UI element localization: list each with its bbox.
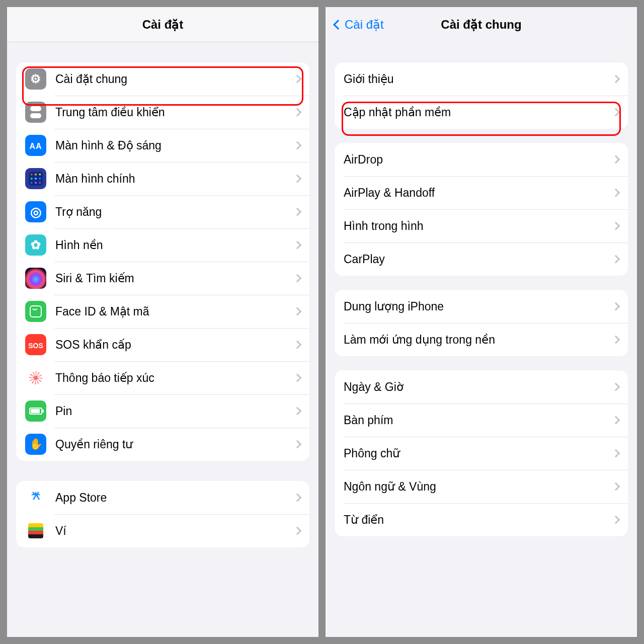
row-label: Ví — [55, 524, 294, 538]
row-label: AirDrop — [344, 153, 613, 167]
chevron-right-icon — [612, 75, 620, 84]
row-pip[interactable]: Hình trong hình — [335, 209, 628, 243]
row-label: Màn hình chính — [55, 172, 294, 186]
row-label: Từ điển — [344, 513, 613, 527]
row-language-region[interactable]: Ngôn ngữ & Vùng — [335, 470, 628, 503]
chevron-right-icon — [293, 274, 302, 283]
row-label: App Store — [55, 491, 294, 505]
row-display[interactable]: Màn hình & Độ sáng — [16, 129, 309, 162]
gear-icon — [25, 68, 46, 90]
general-content[interactable]: Giới thiệu Cập nhật phần mềm AirDrop Air… — [326, 42, 637, 637]
home-screen-icon — [25, 168, 46, 189]
row-label: Hình nền — [55, 238, 294, 252]
wallpaper-icon — [25, 234, 46, 256]
chevron-right-icon — [612, 108, 620, 117]
row-control-center[interactable]: Trung tâm điều khiển — [16, 96, 309, 129]
faceid-icon — [25, 301, 46, 322]
general-group-3: Dung lượng iPhone Làm mới ứng dụng trong… — [335, 290, 628, 356]
chevron-right-icon — [612, 222, 620, 230]
chevron-right-icon — [612, 302, 620, 311]
chevron-right-icon — [612, 383, 620, 391]
chevron-right-icon — [293, 407, 302, 416]
general-group-4: Ngày & Giờ Bàn phím Phông chữ Ngôn ngữ &… — [335, 370, 628, 536]
row-label: Bàn phím — [344, 414, 613, 427]
row-date-time[interactable]: Ngày & Giờ — [335, 370, 628, 404]
row-privacy[interactable]: Quyền riêng tư — [16, 428, 309, 461]
row-label: CarPlay — [344, 253, 613, 266]
row-wallet[interactable]: Ví — [16, 514, 309, 547]
row-label: Siri & Tìm kiếm — [55, 272, 294, 285]
row-about[interactable]: Giới thiệu — [335, 62, 628, 96]
chevron-left-icon — [333, 20, 343, 30]
row-siri[interactable]: Siri & Tìm kiếm — [16, 262, 309, 295]
chevron-right-icon — [612, 416, 620, 425]
row-airdrop[interactable]: AirDrop — [335, 143, 628, 176]
row-label: AirPlay & Handoff — [344, 186, 613, 200]
settings-group-2: App Store Ví — [16, 481, 309, 547]
row-appstore[interactable]: App Store — [16, 481, 309, 514]
wallet-icon — [25, 520, 46, 541]
general-group-1: Giới thiệu Cập nhật phần mềm — [335, 62, 628, 129]
row-wallpaper[interactable]: Hình nền — [16, 228, 309, 262]
row-label: Cập nhật phần mềm — [344, 106, 613, 119]
chevron-right-icon — [293, 141, 302, 150]
row-label: Làm mới ứng dụng trong nền — [344, 333, 613, 347]
row-label: Ngày & Giờ — [344, 380, 613, 394]
chevron-right-icon — [612, 449, 620, 458]
control-center-icon — [25, 102, 46, 123]
chevron-right-icon — [612, 336, 620, 344]
chevron-right-icon — [612, 155, 620, 164]
row-software-update[interactable]: Cập nhật phần mềm — [335, 96, 628, 129]
chevron-right-icon — [293, 208, 302, 216]
row-background-refresh[interactable]: Làm mới ứng dụng trong nền — [335, 323, 628, 356]
page-title: Cài đặt — [142, 18, 184, 32]
row-fonts[interactable]: Phông chữ — [335, 437, 628, 470]
row-sos[interactable]: SOS khẩn cấp — [16, 328, 309, 361]
row-label: Trung tâm điều khiển — [55, 106, 294, 119]
settings-content[interactable]: Cài đặt chung Trung tâm điều khiển Màn h… — [7, 42, 318, 637]
row-general[interactable]: Cài đặt chung — [16, 62, 309, 96]
row-battery[interactable]: Pin — [16, 394, 309, 428]
row-keyboard[interactable]: Bàn phím — [335, 404, 628, 437]
row-dictionary[interactable]: Từ điển — [335, 503, 628, 536]
row-label: SOS khẩn cấp — [55, 338, 294, 352]
chevron-right-icon — [293, 307, 302, 316]
row-label: Hình trong hình — [344, 219, 613, 233]
row-label: Trợ năng — [55, 205, 294, 219]
chevron-right-icon — [612, 482, 620, 491]
navbar-left: Cài đặt — [7, 7, 318, 42]
page-title: Cài đặt chung — [441, 18, 521, 32]
general-pane: Cài đặt Cài đặt chung Giới thiệu Cập nhậ… — [326, 7, 637, 637]
row-carplay[interactable]: CarPlay — [335, 243, 628, 276]
row-home-screen[interactable]: Màn hình chính — [16, 162, 309, 195]
navbar-right: Cài đặt Cài đặt chung — [326, 7, 637, 42]
row-label: Dung lượng iPhone — [344, 300, 613, 313]
chevron-right-icon — [612, 189, 620, 197]
chevron-right-icon — [293, 341, 302, 349]
siri-icon — [25, 268, 46, 289]
row-exposure[interactable]: Thông báo tiếp xúc — [16, 361, 309, 394]
battery-icon — [25, 400, 46, 422]
settings-pane: Cài đặt Cài đặt chung Trung tâm điều khi… — [7, 7, 318, 637]
chevron-right-icon — [293, 374, 302, 382]
chevron-right-icon — [612, 255, 620, 264]
back-label: Cài đặt — [345, 18, 384, 32]
row-faceid[interactable]: Face ID & Mật mã — [16, 295, 309, 328]
chevron-right-icon — [293, 108, 302, 117]
privacy-icon — [25, 434, 46, 455]
accessibility-icon — [25, 201, 46, 222]
row-airplay[interactable]: AirPlay & Handoff — [335, 176, 628, 209]
row-label: Màn hình & Độ sáng — [55, 139, 294, 152]
row-label: Phông chữ — [344, 447, 613, 460]
chevron-right-icon — [612, 516, 620, 524]
row-label: Thông báo tiếp xúc — [55, 371, 294, 385]
settings-group-1: Cài đặt chung Trung tâm điều khiển Màn h… — [16, 62, 309, 461]
chevron-right-icon — [293, 494, 302, 502]
appstore-icon — [25, 487, 46, 508]
row-accessibility[interactable]: Trợ năng — [16, 195, 309, 228]
display-icon — [25, 135, 46, 156]
chevron-right-icon — [293, 440, 302, 449]
back-button[interactable]: Cài đặt — [335, 18, 384, 32]
row-storage[interactable]: Dung lượng iPhone — [335, 290, 628, 323]
general-group-2: AirDrop AirPlay & Handoff Hình trong hìn… — [335, 143, 628, 276]
